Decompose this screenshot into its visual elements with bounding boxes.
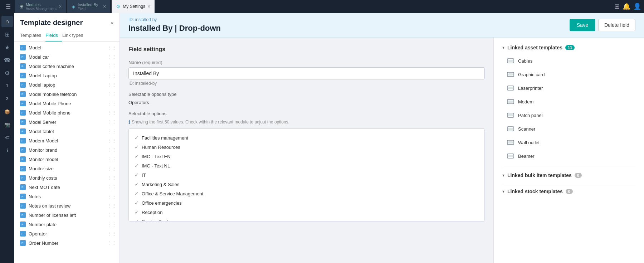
field-item-icon: F xyxy=(20,212,26,218)
drag-handle[interactable]: ⋮⋮ xyxy=(107,54,117,60)
user-icon[interactable]: 👤 xyxy=(633,3,641,10)
sidebar-modules[interactable]: ⊞ xyxy=(1,29,13,40)
main-content: ID: installed-by Installed By | Drop-dow… xyxy=(120,13,644,263)
drag-handle[interactable]: ⋮⋮ xyxy=(107,166,117,171)
panel-field-item[interactable]: F Number of licenses left ⋮⋮ xyxy=(14,210,119,220)
sidebar-camera[interactable]: 📷 xyxy=(1,119,13,130)
panel-field-item[interactable]: F Model coffee machine ⋮⋮ xyxy=(14,62,119,71)
svg-text:F: F xyxy=(21,186,23,189)
panel-sidebar: Template designer « Templates Fields Lin… xyxy=(14,13,120,263)
field-id-text: ID: installed-by xyxy=(128,81,485,86)
tab-modules-close[interactable]: × xyxy=(59,4,62,9)
panel-field-item[interactable]: F Operator ⋮⋮ xyxy=(14,229,119,238)
drag-handle[interactable]: ⋮⋮ xyxy=(107,203,117,209)
drag-handle[interactable]: ⋮⋮ xyxy=(107,175,117,181)
sidebar-tag[interactable]: 🏷 xyxy=(1,132,13,143)
panel-field-item[interactable]: F Model tablet ⋮⋮ xyxy=(14,127,119,136)
panel-field-list: F Model ⋮⋮ F Model car ⋮⋮ F Model coffee… xyxy=(14,42,119,263)
panel-field-item[interactable]: F Notes on last review ⋮⋮ xyxy=(14,201,119,210)
check-icon: ✓ xyxy=(135,191,139,196)
panel-field-item[interactable]: F Model ⋮⋮ xyxy=(14,43,119,52)
drag-handle[interactable]: ⋮⋮ xyxy=(107,221,117,227)
drag-handle[interactable]: ⋮⋮ xyxy=(107,231,117,237)
drag-handle[interactable]: ⋮⋮ xyxy=(107,184,117,190)
sidebar-packages[interactable]: 📦 xyxy=(1,106,13,117)
tab-installed-by-labels: Installed By Field xyxy=(78,3,98,11)
tab-my-settings-close[interactable]: × xyxy=(147,4,150,9)
drag-handle[interactable]: ⋮⋮ xyxy=(107,73,117,78)
sidebar-info[interactable]: ℹ xyxy=(1,145,13,156)
sidebar-favorites[interactable]: ★ xyxy=(1,42,13,53)
hamburger-menu[interactable]: ☰ xyxy=(3,2,14,11)
panel-field-item[interactable]: F Model mobiele telefoon ⋮⋮ xyxy=(14,89,119,99)
drag-handle[interactable]: ⋮⋮ xyxy=(107,147,117,153)
drag-handle[interactable]: ⋮⋮ xyxy=(107,82,117,88)
drag-handle[interactable]: ⋮⋮ xyxy=(107,138,117,143)
name-input[interactable] xyxy=(128,67,485,79)
panel-field-item[interactable]: F Model Mobile phone ⋮⋮ xyxy=(14,108,119,117)
linked-asset-label: Wall outlet xyxy=(518,140,540,145)
svg-text:F: F xyxy=(21,102,23,105)
linked-asset-item: Cables xyxy=(504,55,635,67)
panel-field-item[interactable]: F Model laptop ⋮⋮ xyxy=(14,80,119,89)
panel-sidebar-title: Template designer xyxy=(20,19,83,27)
linked-bulk-item-templates-header[interactable]: ▾ Linked bulk item templates 0 xyxy=(502,172,635,178)
grid-icon[interactable]: ⊞ xyxy=(614,3,620,10)
sidebar-number2[interactable]: 2 xyxy=(1,93,13,104)
sidebar-settings[interactable]: ⚙ xyxy=(1,67,13,79)
delete-field-button[interactable]: Delete field xyxy=(598,19,635,31)
sidebar-number1[interactable]: 1 xyxy=(1,80,13,92)
panel-field-item[interactable]: F Notes ⋮⋮ xyxy=(14,192,119,201)
panel-field-item[interactable]: F Model car ⋮⋮ xyxy=(14,52,119,62)
drag-handle[interactable]: ⋮⋮ xyxy=(107,194,117,199)
drag-handle[interactable]: ⋮⋮ xyxy=(107,91,117,97)
field-item-icon: F xyxy=(20,91,26,97)
sidebar-contacts[interactable]: ☎ xyxy=(1,54,13,66)
tab-installed-by[interactable]: ◈ Installed By Field × xyxy=(67,0,110,13)
drag-handle[interactable]: ⋮⋮ xyxy=(107,119,117,125)
drag-handle[interactable]: ⋮⋮ xyxy=(107,240,117,246)
selectable-option-item: ✓Service Desk xyxy=(133,217,480,221)
tab-templates[interactable]: Templates xyxy=(20,30,45,42)
panel-field-item[interactable]: F Model Laptop ⋮⋮ xyxy=(14,71,119,80)
tab-installed-by-close[interactable]: × xyxy=(103,4,106,9)
panel-field-item[interactable]: F Order Number ⋮⋮ xyxy=(14,238,119,248)
svg-text:F: F xyxy=(21,46,23,49)
panel-field-item[interactable]: F Modem Model ⋮⋮ xyxy=(14,136,119,145)
sidebar-home[interactable]: ⌂ xyxy=(1,16,13,27)
bell-icon[interactable]: 🔔 xyxy=(623,3,630,10)
drag-handle[interactable]: ⋮⋮ xyxy=(107,45,117,50)
tab-fields[interactable]: Fields xyxy=(45,30,62,42)
panel-field-item[interactable]: F Next MOT date ⋮⋮ xyxy=(14,182,119,192)
panel-field-item[interactable]: F Number plate ⋮⋮ xyxy=(14,220,119,229)
linked-asset-label: Scanner xyxy=(518,126,535,132)
panel-field-item[interactable]: F Monitor model ⋮⋮ xyxy=(14,155,119,164)
topbar-right-actions: ⊞ 🔔 👤 xyxy=(614,3,641,10)
drag-handle[interactable]: ⋮⋮ xyxy=(107,110,117,116)
option-label: Human Resources xyxy=(142,145,180,150)
field-item-icon: F xyxy=(20,82,26,88)
drag-handle[interactable]: ⋮⋮ xyxy=(107,63,117,69)
svg-rect-55 xyxy=(508,128,513,130)
panel-field-item[interactable]: F Monitor brand ⋮⋮ xyxy=(14,145,119,155)
linked-stock-templates-header[interactable]: ▾ Linked stock templates 0 xyxy=(502,189,635,194)
linked-asset-templates-header[interactable]: ▾ Linked asset templates 11 xyxy=(502,45,635,50)
field-item-label: Monitor size xyxy=(29,166,104,171)
panel-field-item[interactable]: F Monthly costs ⋮⋮ xyxy=(14,173,119,182)
panel-field-item[interactable]: F Monitor size ⋮⋮ xyxy=(14,164,119,173)
drag-handle[interactable]: ⋮⋮ xyxy=(107,156,117,162)
drag-handle[interactable]: ⋮⋮ xyxy=(107,212,117,218)
tab-modules[interactable]: ⊞ Modules Asset Management × xyxy=(15,0,66,13)
panel-field-item[interactable]: F Model Server ⋮⋮ xyxy=(14,117,119,127)
svg-text:F: F xyxy=(21,93,23,96)
save-button[interactable]: Save xyxy=(570,19,595,31)
panel-field-item[interactable]: F Model Mobile Phone ⋮⋮ xyxy=(14,99,119,108)
svg-text:F: F xyxy=(21,158,23,161)
field-item-label: Number of licenses left xyxy=(29,213,104,218)
tab-link-types[interactable]: Link types xyxy=(62,30,88,42)
drag-handle[interactable]: ⋮⋮ xyxy=(107,128,117,134)
drag-handle[interactable]: ⋮⋮ xyxy=(107,101,117,106)
panel-collapse-button[interactable]: « xyxy=(111,20,114,26)
tab-my-settings[interactable]: ⚙ My Settings × xyxy=(112,0,155,13)
option-label: IT xyxy=(142,172,146,178)
